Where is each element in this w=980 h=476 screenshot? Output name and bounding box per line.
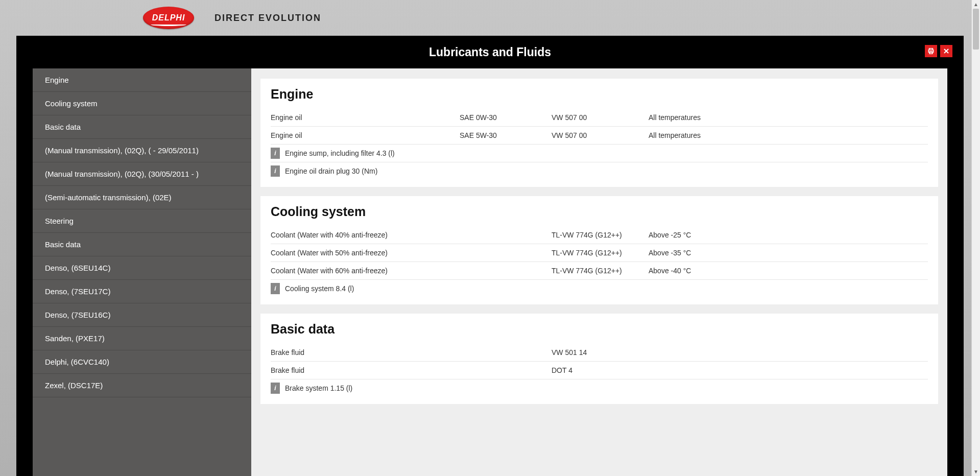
sidebar-item[interactable]: Delphi, (6CVC140) <box>33 350 251 374</box>
sidebar-item-label: Denso, (7SEU17C) <box>45 287 110 296</box>
titlebar-actions <box>925 45 952 57</box>
section-title: Cooling system <box>271 204 928 219</box>
info-icon: i <box>271 165 280 177</box>
sidebar-item[interactable]: Engine <box>33 68 251 92</box>
sidebar-item-label: Basic data <box>45 240 81 249</box>
content-area[interactable]: EngineEngine oilSAE 0W-30VW 507 00All te… <box>251 68 947 476</box>
data-cell: Above -40 °C <box>649 267 928 275</box>
sidebar-item-label: Cooling system <box>45 99 98 108</box>
sidebar-item[interactable]: Sanden, (PXE17) <box>33 327 251 350</box>
data-row: Coolant (Water with 60% anti-freeze)TL-V… <box>271 262 928 280</box>
app-window: Lubricants and Fluids EngineCooling syst… <box>16 36 964 476</box>
data-cell: Coolant (Water with 60% anti-freeze) <box>271 267 460 275</box>
sidebar-item[interactable]: Denso, (6SEU14C) <box>33 256 251 280</box>
sidebar-item-label: Denso, (7SEU16C) <box>45 311 110 319</box>
brand-logo: DELPHI <box>143 7 194 29</box>
data-cell: Brake fluid <box>271 348 460 356</box>
page-title: Lubricants and Fluids <box>16 45 964 59</box>
data-row: Brake fluidDOT 4 <box>271 362 928 379</box>
section-panel: EngineEngine oilSAE 0W-30VW 507 00All te… <box>260 79 938 187</box>
data-row: Brake fluidVW 501 14 <box>271 344 928 362</box>
info-text: Engine oil drain plug 30 (Nm) <box>285 167 377 175</box>
section-title: Basic data <box>271 322 928 337</box>
data-cell: All temperatures <box>649 113 928 122</box>
data-row: Coolant (Water with 50% anti-freeze)TL-V… <box>271 244 928 262</box>
info-row: iCooling system 8.4 (l) <box>271 280 928 297</box>
page-scrollbar[interactable]: ▲ ▼ <box>971 0 980 476</box>
data-cell: TL-VW 774G (G12++) <box>552 267 649 275</box>
section-title: Engine <box>271 87 928 102</box>
data-cell: All temperatures <box>649 131 928 139</box>
sidebar-item[interactable]: Denso, (7SEU17C) <box>33 280 251 303</box>
section-panel: Basic dataBrake fluidVW 501 14Brake flui… <box>260 314 938 404</box>
info-row: iEngine sump, including filter 4.3 (l) <box>271 145 928 162</box>
data-row: Coolant (Water with 40% anti-freeze)TL-V… <box>271 226 928 244</box>
scroll-up-arrow[interactable]: ▲ <box>972 0 980 9</box>
sidebar-item[interactable]: (Semi-automatic transmission), (02E) <box>33 186 251 209</box>
sidebar-item[interactable]: Basic data <box>33 115 251 139</box>
sidebar-item[interactable]: Cooling system <box>33 92 251 115</box>
print-button[interactable] <box>925 45 937 57</box>
data-cell: Above -25 °C <box>649 231 928 239</box>
data-row: Engine oilSAE 0W-30VW 507 00All temperat… <box>271 109 928 127</box>
scroll-thumb[interactable] <box>973 9 979 50</box>
sidebar-item-label: Zexel, (DSC17E) <box>45 381 103 390</box>
sidebar-item[interactable]: (Manual transmission), (02Q), ( - 29/05/… <box>33 139 251 162</box>
sidebar-item-label: Denso, (6SEU14C) <box>45 264 110 272</box>
sidebar-item-label: Steering <box>45 217 74 225</box>
close-icon <box>943 47 950 55</box>
data-cell: Coolant (Water with 50% anti-freeze) <box>271 249 460 257</box>
data-cell: DOT 4 <box>552 366 649 374</box>
info-row: iEngine oil drain plug 30 (Nm) <box>271 162 928 180</box>
sidebar-item-label: Delphi, (6CVC140) <box>45 358 109 366</box>
info-icon: i <box>271 383 280 394</box>
scroll-down-arrow[interactable]: ▼ <box>972 467 980 476</box>
brand-tagline: DIRECT EVOLUTION <box>214 13 321 23</box>
info-text: Engine sump, including filter 4.3 (l) <box>285 149 395 157</box>
body-area: EngineCooling systemBasic data(Manual tr… <box>16 68 964 476</box>
data-row: Engine oilSAE 5W-30VW 507 00All temperat… <box>271 127 928 145</box>
svg-rect-2 <box>929 52 933 54</box>
info-row: iBrake system 1.15 (l) <box>271 379 928 397</box>
data-cell: Brake fluid <box>271 366 460 374</box>
titlebar: Lubricants and Fluids <box>16 36 964 68</box>
sidebar[interactable]: EngineCooling systemBasic data(Manual tr… <box>33 68 251 476</box>
info-text: Cooling system 8.4 (l) <box>285 284 354 293</box>
sidebar-item[interactable]: Zexel, (DSC17E) <box>33 374 251 397</box>
data-cell: Coolant (Water with 40% anti-freeze) <box>271 231 460 239</box>
app-header: DELPHI DIRECT EVOLUTION <box>0 0 980 36</box>
sidebar-item-label: (Manual transmission), (02Q), ( - 29/05/… <box>45 146 199 155</box>
sidebar-item-label: Basic data <box>45 123 81 131</box>
data-cell: VW 501 14 <box>552 348 649 356</box>
sidebar-item-label: Engine <box>45 76 69 84</box>
close-button[interactable] <box>940 45 952 57</box>
data-cell: Engine oil <box>271 131 460 139</box>
data-cell: SAE 0W-30 <box>460 113 552 122</box>
sidebar-item-label: (Manual transmission), (02Q), (30/05/201… <box>45 170 199 178</box>
sidebar-item[interactable]: (Manual transmission), (02Q), (30/05/201… <box>33 162 251 186</box>
sidebar-item-label: (Semi-automatic transmission), (02E) <box>45 193 172 202</box>
data-cell: Engine oil <box>271 113 460 122</box>
data-cell: VW 507 00 <box>552 113 649 122</box>
sidebar-item[interactable]: Basic data <box>33 233 251 256</box>
sidebar-item-label: Sanden, (PXE17) <box>45 334 105 343</box>
data-cell: TL-VW 774G (G12++) <box>552 249 649 257</box>
sidebar-item[interactable]: Denso, (7SEU16C) <box>33 303 251 327</box>
data-cell: Above -35 °C <box>649 249 928 257</box>
sidebar-item[interactable]: Steering <box>33 209 251 233</box>
print-icon <box>927 47 935 55</box>
data-cell: VW 507 00 <box>552 131 649 139</box>
section-panel: Cooling systemCoolant (Water with 40% an… <box>260 196 938 304</box>
info-text: Brake system 1.15 (l) <box>285 384 352 392</box>
info-icon: i <box>271 148 280 159</box>
info-icon: i <box>271 283 280 294</box>
data-cell: TL-VW 774G (G12++) <box>552 231 649 239</box>
brand-text: DELPHI <box>152 13 185 22</box>
data-cell: SAE 5W-30 <box>460 131 552 139</box>
